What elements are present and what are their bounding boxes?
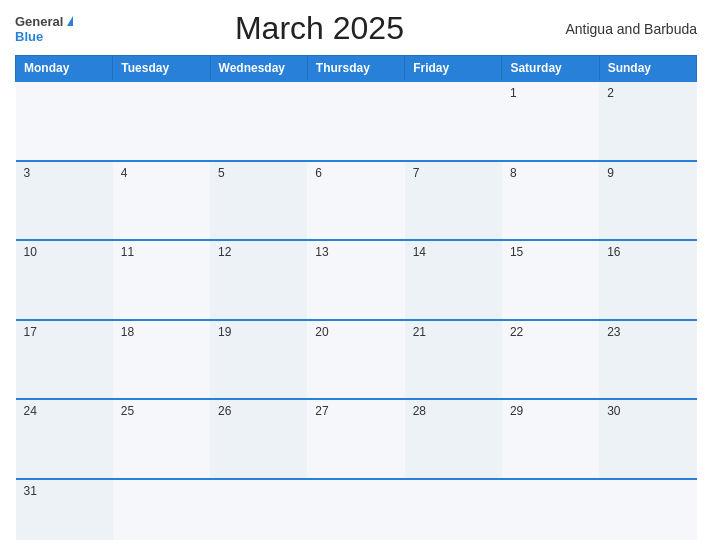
page-header: General Blue March 2025 Antigua and Barb…	[15, 10, 697, 47]
calendar-day-cell: 29	[502, 399, 599, 479]
calendar-week-row: 24252627282930	[16, 399, 697, 479]
day-number: 18	[121, 325, 202, 339]
day-number: 30	[607, 404, 688, 418]
calendar-week-row: 17181920212223	[16, 320, 697, 400]
day-number: 5	[218, 166, 299, 180]
day-number: 12	[218, 245, 299, 259]
calendar-day-cell: 6	[307, 161, 404, 241]
day-number: 13	[315, 245, 396, 259]
month-title: March 2025	[73, 10, 565, 47]
calendar-day-cell	[502, 479, 599, 540]
calendar-day-cell	[16, 81, 113, 161]
calendar-day-cell: 19	[210, 320, 307, 400]
day-number: 23	[607, 325, 688, 339]
calendar-day-cell: 30	[599, 399, 696, 479]
calendar-day-cell	[210, 81, 307, 161]
day-number: 10	[24, 245, 105, 259]
calendar-day-cell: 3	[16, 161, 113, 241]
day-number: 15	[510, 245, 591, 259]
calendar-day-header: Monday	[16, 56, 113, 82]
day-number: 16	[607, 245, 688, 259]
logo-blue-text: Blue	[15, 29, 43, 44]
calendar-week-row: 3456789	[16, 161, 697, 241]
calendar-day-cell: 14	[405, 240, 502, 320]
calendar-week-row: 12	[16, 81, 697, 161]
calendar-day-header: Tuesday	[113, 56, 210, 82]
day-number: 7	[413, 166, 494, 180]
calendar-day-cell: 5	[210, 161, 307, 241]
calendar-day-cell: 25	[113, 399, 210, 479]
calendar-day-cell: 16	[599, 240, 696, 320]
calendar-day-cell: 9	[599, 161, 696, 241]
calendar-day-cell	[405, 81, 502, 161]
calendar-day-cell: 21	[405, 320, 502, 400]
day-number: 8	[510, 166, 591, 180]
calendar-day-cell: 8	[502, 161, 599, 241]
calendar-day-cell: 12	[210, 240, 307, 320]
calendar-day-cell: 24	[16, 399, 113, 479]
day-number: 19	[218, 325, 299, 339]
calendar-day-header: Wednesday	[210, 56, 307, 82]
day-number: 14	[413, 245, 494, 259]
calendar-header-row: MondayTuesdayWednesdayThursdayFridaySatu…	[16, 56, 697, 82]
calendar-day-cell: 17	[16, 320, 113, 400]
day-number: 1	[510, 86, 591, 100]
calendar-day-cell	[210, 479, 307, 540]
calendar-day-cell: 18	[113, 320, 210, 400]
day-number: 17	[24, 325, 105, 339]
day-number: 31	[24, 484, 105, 498]
calendar-day-header: Saturday	[502, 56, 599, 82]
calendar-day-cell: 7	[405, 161, 502, 241]
day-number: 11	[121, 245, 202, 259]
day-number: 26	[218, 404, 299, 418]
calendar-day-cell: 11	[113, 240, 210, 320]
day-number: 3	[24, 166, 105, 180]
calendar-day-cell: 4	[113, 161, 210, 241]
calendar-day-cell	[113, 479, 210, 540]
country-label: Antigua and Barbuda	[565, 21, 697, 37]
calendar-day-cell	[599, 479, 696, 540]
day-number: 2	[607, 86, 688, 100]
day-number: 22	[510, 325, 591, 339]
day-number: 20	[315, 325, 396, 339]
logo-general-text: General	[15, 14, 63, 29]
calendar-day-cell: 2	[599, 81, 696, 161]
day-number: 24	[24, 404, 105, 418]
calendar-day-cell: 22	[502, 320, 599, 400]
day-number: 6	[315, 166, 396, 180]
calendar-day-cell: 23	[599, 320, 696, 400]
calendar-day-cell: 20	[307, 320, 404, 400]
calendar-day-cell: 28	[405, 399, 502, 479]
day-number: 9	[607, 166, 688, 180]
calendar-day-cell: 31	[16, 479, 113, 540]
day-number: 4	[121, 166, 202, 180]
day-number: 29	[510, 404, 591, 418]
calendar-day-cell	[405, 479, 502, 540]
calendar-day-header: Sunday	[599, 56, 696, 82]
calendar-day-cell: 10	[16, 240, 113, 320]
calendar-day-cell	[113, 81, 210, 161]
day-number: 27	[315, 404, 396, 418]
calendar-day-cell	[307, 479, 404, 540]
calendar-day-cell: 13	[307, 240, 404, 320]
calendar-day-cell: 27	[307, 399, 404, 479]
calendar-day-cell	[307, 81, 404, 161]
calendar-day-header: Thursday	[307, 56, 404, 82]
day-number: 25	[121, 404, 202, 418]
day-number: 28	[413, 404, 494, 418]
calendar-day-cell: 26	[210, 399, 307, 479]
calendar-day-cell: 1	[502, 81, 599, 161]
calendar-table: MondayTuesdayWednesdayThursdayFridaySatu…	[15, 55, 697, 540]
calendar-week-row: 10111213141516	[16, 240, 697, 320]
logo: General Blue	[15, 14, 73, 44]
day-number: 21	[413, 325, 494, 339]
calendar-day-cell: 15	[502, 240, 599, 320]
calendar-day-header: Friday	[405, 56, 502, 82]
calendar-week-row: 31	[16, 479, 697, 540]
